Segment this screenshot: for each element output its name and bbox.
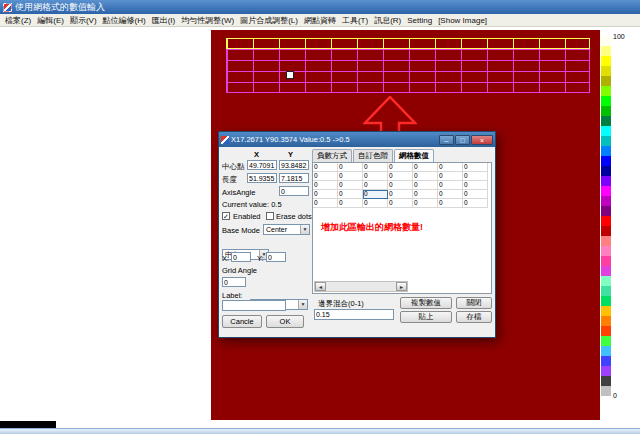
palette-swatch[interactable]: [601, 276, 611, 286]
palette-swatch[interactable]: [601, 156, 611, 166]
menu-item[interactable]: 圖片合成調整(L): [237, 15, 301, 26]
scroll-left-icon[interactable]: ◄: [315, 282, 326, 291]
menu-item[interactable]: 匯出(I): [149, 15, 179, 26]
value-cell[interactable]: 0: [438, 163, 463, 172]
palette-swatch[interactable]: [601, 236, 611, 246]
tab-1[interactable]: 自訂色階: [353, 149, 393, 162]
palette-swatch[interactable]: [601, 386, 611, 396]
value-cell[interactable]: 0: [413, 181, 438, 190]
chevron-down-icon[interactable]: ▼: [300, 225, 309, 234]
value-cell[interactable]: 0: [463, 172, 488, 181]
value-cell[interactable]: 0: [313, 172, 338, 181]
palette-swatch[interactable]: [601, 226, 611, 236]
palette-swatch[interactable]: [601, 296, 611, 306]
palette-swatch[interactable]: [601, 106, 611, 116]
close-dialog-button[interactable]: 關閉: [456, 297, 492, 309]
value-cell[interactable]: 0: [413, 190, 438, 199]
value-cell[interactable]: 0: [413, 199, 438, 208]
offset-y-field[interactable]: [266, 252, 286, 262]
palette-swatch[interactable]: [601, 176, 611, 186]
palette-swatch[interactable]: [601, 96, 611, 106]
menu-item[interactable]: 點位編修(H): [100, 15, 149, 26]
palette-swatch[interactable]: [601, 246, 611, 256]
save-button[interactable]: 存檔: [456, 311, 492, 323]
palette-swatch[interactable]: [601, 286, 611, 296]
maximize-button[interactable]: □: [455, 135, 470, 145]
menu-item[interactable]: 網點資轉: [301, 15, 339, 26]
value-cell[interactable]: 0: [388, 163, 413, 172]
palette-swatch[interactable]: [601, 186, 611, 196]
grid-rows[interactable]: [226, 49, 590, 93]
value-cell[interactable]: 0: [413, 172, 438, 181]
label-field[interactable]: [222, 300, 286, 311]
tab-2[interactable]: 網格數值: [394, 149, 434, 162]
value-cell[interactable]: 0: [438, 172, 463, 181]
value-cell[interactable]: 0: [463, 163, 488, 172]
value-cell[interactable]: 0: [338, 181, 363, 190]
palette-swatch[interactable]: [601, 206, 611, 216]
length-x-field[interactable]: [247, 173, 277, 183]
palette-swatch[interactable]: [601, 196, 611, 206]
value-cell[interactable]: 0: [338, 172, 363, 181]
center-x-field[interactable]: [247, 160, 277, 170]
palette-swatch[interactable]: [601, 346, 611, 356]
value-cell[interactable]: 0: [363, 172, 388, 181]
value-cell[interactable]: 0: [438, 181, 463, 190]
palette-swatch[interactable]: [601, 116, 611, 126]
tab-0[interactable]: 負數方式: [312, 149, 352, 162]
palette-swatch[interactable]: [601, 356, 611, 366]
chevron-down-icon[interactable]: ▼: [298, 300, 307, 309]
value-cell[interactable]: 0: [338, 190, 363, 199]
palette-swatch[interactable]: [601, 266, 611, 276]
scroll-right-icon[interactable]: ►: [396, 282, 407, 291]
value-cell[interactable]: 0: [363, 199, 388, 208]
value-cell[interactable]: 0: [338, 199, 363, 208]
offset-x-field[interactable]: [231, 252, 251, 262]
menu-item[interactable]: Setting: [404, 16, 435, 25]
menu-item[interactable]: 均勻性調整(W): [178, 15, 237, 26]
horizontal-scrollbar[interactable]: ◄ ►: [314, 281, 408, 292]
length-y-field[interactable]: [279, 173, 309, 183]
menu-item[interactable]: 檔案(Z): [2, 15, 34, 26]
value-cell[interactable]: 0: [363, 181, 388, 190]
value-cell[interactable]: 0: [413, 163, 438, 172]
menu-item[interactable]: 訊息(R): [371, 15, 404, 26]
palette-swatch[interactable]: [601, 66, 611, 76]
value-cell[interactable]: 0: [313, 199, 338, 208]
value-cell[interactable]: 0: [363, 190, 388, 199]
menu-item[interactable]: 顯示(V): [67, 15, 100, 26]
palette-swatch[interactable]: [601, 46, 611, 56]
ok-button[interactable]: OK: [266, 315, 304, 328]
value-cell[interactable]: 0: [313, 190, 338, 199]
value-cell[interactable]: 0: [388, 190, 413, 199]
menu-item[interactable]: [Show Image]: [435, 16, 490, 25]
value-cell[interactable]: 0: [438, 199, 463, 208]
value-cell[interactable]: 0: [463, 181, 488, 190]
value-cell[interactable]: 0: [338, 163, 363, 172]
value-cell[interactable]: 0: [313, 181, 338, 190]
palette-swatch[interactable]: [601, 306, 611, 316]
selection-marker[interactable]: [287, 72, 293, 78]
paste-button[interactable]: 貼上: [400, 311, 452, 323]
palette-swatch[interactable]: [601, 326, 611, 336]
palette-swatch[interactable]: [601, 36, 611, 46]
menu-item[interactable]: 工具(T): [339, 15, 371, 26]
value-cell[interactable]: 0: [463, 199, 488, 208]
cancel-button[interactable]: Cancle: [222, 315, 262, 328]
erase-dots-checkbox[interactable]: [266, 212, 274, 220]
value-cell[interactable]: 0: [388, 181, 413, 190]
palette-swatch[interactable]: [601, 56, 611, 66]
dialog-titlebar[interactable]: X17.2671 Y90.3574 Value:0.5 ->0.5 – □ ×: [219, 132, 495, 147]
palette-swatch[interactable]: [601, 126, 611, 136]
copy-values-button[interactable]: 複製數值: [400, 297, 452, 309]
grid-angle-field[interactable]: [222, 277, 246, 287]
minimize-button[interactable]: –: [439, 135, 454, 145]
palette-swatch[interactable]: [601, 336, 611, 346]
palette-swatch[interactable]: [601, 136, 611, 146]
enabled-checkbox[interactable]: ✓: [222, 212, 230, 220]
palette-swatch[interactable]: [601, 366, 611, 376]
halftone-grid[interactable]: [226, 38, 590, 93]
palette-swatch[interactable]: [601, 86, 611, 96]
value-cell[interactable]: 0: [313, 163, 338, 172]
base-mode-dropdown[interactable]: Center ▼: [263, 224, 310, 235]
